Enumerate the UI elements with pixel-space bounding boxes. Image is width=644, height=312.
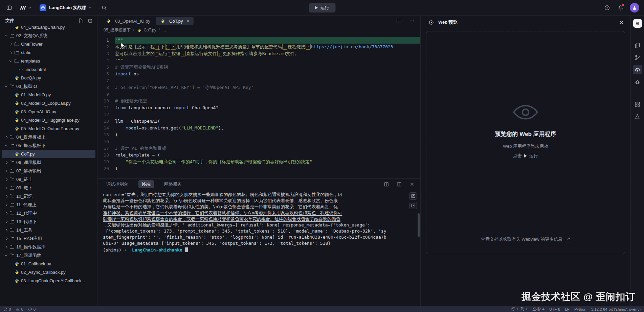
tree-item[interactable]: 05_ModelIO_OutputParser.py [2, 124, 95, 133]
code-line[interactable]: 1""" [97, 37, 420, 44]
close-tab-icon[interactable] [185, 19, 190, 23]
code-line[interactable]: 13llm = ChatOpenAI( [97, 118, 420, 125]
tree-item[interactable]: templates [2, 57, 95, 65]
split-editor-icon[interactable] [395, 17, 403, 25]
tree-item[interactable]: 01_ModelIO.py [2, 91, 95, 99]
status-item[interactable]: 行 1, 列 1 [511, 307, 528, 312]
tree-item[interactable]: static [2, 48, 95, 57]
code-line[interactable]: 12 [97, 111, 420, 118]
code-line[interactable]: 2本文件是【提示工程（下）：用思维链和思维树提升模型思考质量】章节的配套代码，课… [97, 44, 420, 50]
tab-cot[interactable]: CoT.py [156, 17, 193, 25]
project-selector[interactable]: LangChain 实战课 [37, 3, 94, 13]
tree-item[interactable]: DocQA.py [2, 74, 95, 82]
app-logo[interactable] [20, 5, 31, 10]
debug-icon[interactable] [633, 77, 642, 87]
panel-layout-icon[interactable] [395, 180, 403, 189]
breadcrumb-file[interactable]: CoT.py [136, 27, 156, 33]
code-line[interactable]: 5# 设置环境变量和API密钥 [97, 64, 420, 71]
tree-item[interactable]: <>index.html [2, 65, 95, 74]
terminal-scrollbar[interactable] [418, 213, 420, 237]
breadcrumb-symbol[interactable]: … [162, 28, 166, 32]
webview-docs-link[interactable]: 查看文档以获取有关 Webview 的更多信息 [426, 236, 625, 242]
status-item[interactable]: 3.12.2 64-bit ('shims': pyenv) [591, 307, 641, 311]
code-line[interactable]: 3您可以点击最上方的“运行”按钮，直接运行该文件；更多操作指引请参考Readme… [97, 50, 420, 57]
tree-item[interactable]: 12_代理中 [2, 209, 95, 217]
ai-assistant-icon[interactable]: AI [633, 19, 642, 28]
tree-item[interactable]: 03_OpenAI_IO.py [2, 107, 95, 116]
status-item[interactable]: UTF-8 [549, 307, 560, 311]
code-editor[interactable]: 1"""2本文件是【提示工程（下）：用思维链和思维树提升模型思考质量】章节的配套… [97, 34, 420, 178]
tree-item[interactable]: 10_记忆 [2, 192, 95, 200]
tree-item[interactable]: 13_代理下 [2, 217, 95, 226]
tab-terminal[interactable]: 终端 [138, 180, 154, 188]
code-line[interactable]: 20) [97, 165, 420, 172]
tree-item[interactable]: 04_ChatLangChain.py [2, 26, 95, 31]
code-line[interactable]: 6import os [97, 71, 420, 77]
code-line[interactable]: 15) [97, 131, 420, 138]
tree-item[interactable]: 11_代理上 [2, 200, 95, 209]
more-actions-icon[interactable] [407, 17, 416, 25]
tab-debug-console[interactable]: 调试控制台 [103, 180, 132, 188]
open-in-editor-icon[interactable] [409, 202, 417, 209]
tree-item[interactable]: 08_链上 [2, 175, 95, 184]
tree-item[interactable]: 05_提示模板下 [2, 141, 95, 150]
tree-item[interactable]: 09_链下 [2, 184, 95, 192]
status-item[interactable]: Python [574, 307, 586, 311]
git-branch-icon[interactable] [633, 53, 642, 62]
files-icon[interactable] [633, 41, 642, 50]
search-icon[interactable] [100, 3, 109, 12]
code-line[interactable]: 4""" [97, 57, 420, 64]
close-panel-icon[interactable] [407, 180, 416, 189]
tree-item[interactable]: 02_Async_Callback.py [2, 268, 95, 277]
tree-item[interactable]: 04_提示模板上 [2, 133, 95, 141]
tab-03-openai-io[interactable]: 03_OpenAI_IO.py [102, 17, 154, 25]
code-line[interactable]: 9 [97, 91, 420, 98]
tree-item[interactable]: 17_回调函数 [2, 251, 95, 260]
tree-item[interactable]: 02_文档QA系统 [2, 31, 95, 40]
help-icon[interactable]: ? [603, 3, 612, 12]
terminal-output[interactable]: content='首先，我明白你想要为你的女朋友购买一些她喜欢的颜色的花。粉色和… [97, 190, 420, 306]
avatar[interactable] [630, 3, 639, 13]
code-line[interactable]: 8# os.environ["OPENAI_API_KEY"] = '你的Ope… [97, 84, 420, 91]
code-line[interactable]: 11from langchain_openai import ChatOpenA… [97, 104, 420, 111]
code-line[interactable]: 17# 设定 AI 的角色和目标 [97, 145, 420, 152]
code-line[interactable]: 18role_template = ( [97, 152, 420, 159]
tree-item[interactable]: 02_ModelIO_LoopCall.py [2, 99, 95, 107]
preview-hint-action[interactable]: 运行 [529, 153, 538, 159]
status-info[interactable]: 0 [28, 307, 36, 311]
tree-item[interactable]: 06_调用模型 [2, 158, 95, 167]
tree-item[interactable]: CoT.py [2, 150, 95, 158]
code-line[interactable]: 19 "你是一个为花店电商公司工作的AI助手，你的目标是帮助客户根据他们的喜好做… [97, 159, 420, 165]
tree-item[interactable]: 01_Callback.py [2, 260, 95, 268]
terminal-prompt[interactable]: (shims) ➜ LangChain-shizhanke [103, 247, 407, 253]
split-terminal-icon[interactable] [382, 180, 391, 189]
status-item[interactable]: 空格: 4 [532, 307, 545, 312]
status-errors[interactable]: 0 [3, 307, 11, 311]
open-in-editor-icon[interactable] [409, 192, 417, 200]
tree-item[interactable]: OneFlower [2, 40, 95, 48]
tree-item[interactable]: 03_LangChainOpenAICallback... [2, 277, 95, 285]
tab-network[interactable]: 网络服务 [161, 180, 185, 188]
code-line[interactable]: 7 [97, 77, 420, 84]
breadcrumb-folder[interactable]: 05_提示模板下 [104, 27, 131, 33]
new-file-icon[interactable] [77, 17, 84, 24]
collapse-all-icon[interactable] [86, 17, 94, 24]
sidebar-toggle-icon[interactable] [5, 3, 14, 12]
tree-item[interactable]: 16_操作数据库 [2, 243, 95, 251]
code-line[interactable]: 10# 创建聊天模型 [97, 98, 420, 104]
tree-item[interactable]: 14_工具 [2, 226, 95, 234]
tree-item[interactable]: 15_RAG应用 [2, 234, 95, 243]
grid-apps-icon[interactable] [633, 99, 642, 109]
tree-item[interactable]: 04_ModelIO_HuggingFace.py [2, 116, 95, 124]
code-line[interactable]: 14 model=os.environ.get("LLM_MODELEND"), [97, 125, 420, 131]
tree-item[interactable]: 03_模型IO [2, 82, 95, 91]
run-button[interactable]: 运行 [309, 3, 335, 13]
status-item[interactable]: LF [565, 307, 569, 311]
web-preview-rail-icon[interactable] [633, 65, 642, 74]
notifications-bell-icon[interactable] [616, 3, 625, 12]
status-warnings[interactable]: 0 [16, 307, 23, 311]
tree-item[interactable]: 07_解析输出 [2, 167, 95, 175]
extensions-flask-icon[interactable] [633, 112, 642, 121]
code-line[interactable]: 16 [97, 138, 420, 145]
close-preview-icon[interactable] [617, 18, 626, 27]
